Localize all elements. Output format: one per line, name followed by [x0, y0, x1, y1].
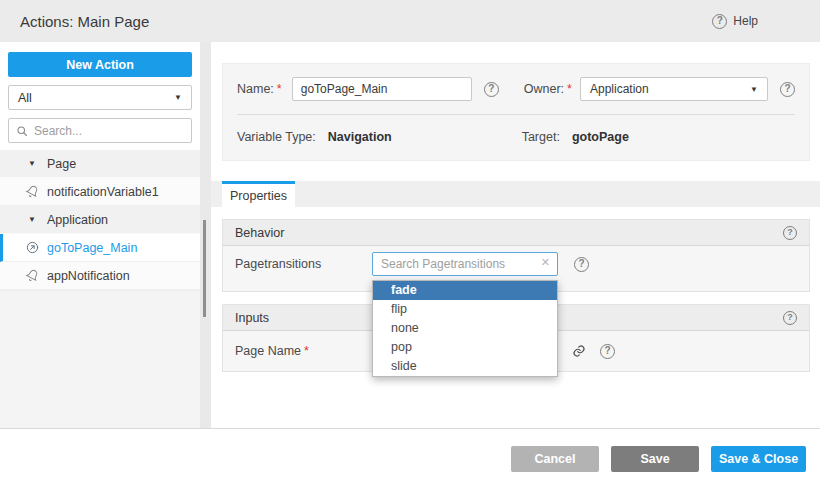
- new-action-button[interactable]: New Action: [8, 52, 192, 77]
- caret-down-icon: ▼: [174, 93, 182, 102]
- scrollbar-thumb[interactable]: [203, 220, 206, 317]
- tab-bar: Properties: [211, 181, 820, 207]
- pagetransitions-combo: ✕ fadeflipnonepopslide: [372, 252, 558, 276]
- actions-dialog: Actions: Main Page ? Help New Action All…: [0, 0, 820, 488]
- required-marker: *: [304, 344, 309, 358]
- cancel-button[interactable]: Cancel: [511, 446, 599, 472]
- filter-select[interactable]: All ▼: [8, 85, 192, 110]
- help-button[interactable]: ? Help: [712, 14, 758, 29]
- sidebar-search: [8, 118, 192, 143]
- tree-item-notificationVariable1[interactable]: notificationVariable1: [0, 178, 200, 206]
- tree-item-appNotification[interactable]: appNotification: [0, 262, 200, 290]
- variable-type-label: Variable Type:: [237, 130, 316, 144]
- sidebar-filler: [0, 290, 200, 428]
- notification-icon: [26, 185, 39, 198]
- help-label: Help: [733, 14, 758, 28]
- name-help-icon[interactable]: ?: [484, 82, 499, 97]
- name-label: Name:*: [237, 82, 282, 96]
- tree-item-goToPage_Main[interactable]: goToPage_Main: [0, 234, 200, 262]
- target-value: gotoPage: [572, 130, 629, 144]
- caret-down-icon[interactable]: ▼: [28, 215, 36, 224]
- tree-group-Application[interactable]: ▼ Application: [0, 206, 200, 234]
- sidebar-scrollbar[interactable]: [200, 42, 211, 428]
- page-name-label: Page Name*: [235, 344, 372, 358]
- search-icon: [16, 125, 28, 137]
- save-close-button[interactable]: Save & Close: [711, 446, 806, 472]
- page-title: Actions: Main Page: [20, 13, 149, 30]
- dropdown-option-none[interactable]: none: [373, 319, 557, 338]
- pagetransitions-label: Pagetransitions: [235, 257, 372, 271]
- target-label: Target:: [522, 130, 560, 144]
- action-summary-panel: Name:* ? Owner:* Application ▼ ? Variabl…: [222, 63, 810, 161]
- footer: Cancel Save Save & Close: [0, 428, 820, 488]
- required-marker: *: [277, 82, 282, 96]
- pagetransitions-search-input[interactable]: [372, 252, 558, 276]
- dropdown-option-fade[interactable]: fade: [373, 281, 557, 300]
- save-button[interactable]: Save: [611, 446, 699, 472]
- clear-icon[interactable]: ✕: [541, 257, 550, 268]
- caret-down-icon[interactable]: ▼: [28, 159, 36, 168]
- name-input[interactable]: [292, 77, 472, 101]
- tree-group-label: Page: [47, 157, 76, 171]
- help-circle-icon: ?: [712, 14, 727, 29]
- behavior-section: Behavior ? Pagetransitions ✕ fadeflipnon…: [222, 219, 810, 292]
- variable-type-value: Navigation: [328, 130, 392, 144]
- dropdown-option-slide[interactable]: slide: [373, 357, 557, 376]
- sidebar-search-input[interactable]: [34, 124, 184, 138]
- required-marker: *: [567, 82, 572, 96]
- action-tree: ▼ Page notificationVariable1 ▼ Applicati…: [0, 150, 200, 290]
- inputs-help-icon[interactable]: ?: [783, 311, 797, 325]
- tree-item-label: notificationVariable1: [47, 185, 159, 199]
- tree-group-Page[interactable]: ▼ Page: [0, 150, 200, 178]
- tree-group-label: Application: [47, 213, 108, 227]
- pagetransitions-help-icon[interactable]: ?: [574, 257, 589, 272]
- owner-label: Owner:*: [524, 82, 572, 96]
- behavior-help-icon[interactable]: ?: [783, 226, 797, 240]
- caret-down-icon: ▼: [750, 85, 758, 94]
- notification-icon: [26, 269, 39, 282]
- owner-select[interactable]: Application ▼: [580, 77, 768, 101]
- tab-properties[interactable]: Properties: [222, 181, 295, 207]
- header: Actions: Main Page ? Help: [0, 0, 820, 42]
- tree-item-label: goToPage_Main: [47, 241, 137, 255]
- pagetransitions-dropdown: fadeflipnonepopslide: [372, 280, 558, 377]
- page-name-help-icon[interactable]: ?: [600, 344, 615, 359]
- navigation-icon: [26, 241, 39, 254]
- sidebar: New Action All ▼ ▼ Page notificationVari…: [0, 42, 200, 428]
- filter-select-value: All: [18, 91, 32, 105]
- owner-help-icon[interactable]: ?: [780, 82, 795, 97]
- tree-item-label: appNotification: [47, 269, 130, 283]
- owner-select-value: Application: [590, 82, 649, 96]
- link-icon[interactable]: [572, 344, 586, 358]
- dropdown-option-flip[interactable]: flip: [373, 300, 557, 319]
- inputs-section-title: Inputs: [235, 311, 269, 325]
- main-content: Name:* ? Owner:* Application ▼ ? Variabl…: [211, 42, 820, 428]
- dropdown-option-pop[interactable]: pop: [373, 338, 557, 357]
- behavior-section-title: Behavior: [235, 226, 284, 240]
